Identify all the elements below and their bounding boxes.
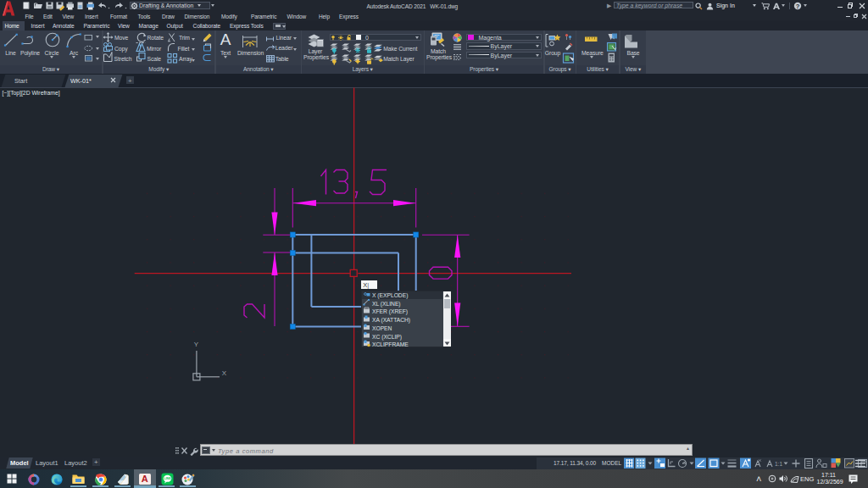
svg-text:XOPEN: XOPEN [372,325,392,331]
svg-text:LINE: LINE [164,477,171,480]
svg-text:XFER (XREF): XFER (XREF) [372,308,408,315]
svg-text:X (EXPLODE): X (EXPLODE) [372,292,408,299]
svg-text:XCLIPFRAME: XCLIPFRAME [372,341,409,347]
svg-text:Y: Y [194,341,199,348]
svg-text:XL (XLINE): XL (XLINE) [372,301,401,308]
svg-text:XC (XCLIP): XC (XCLIP) [372,334,402,341]
svg-text:X: X [222,369,227,377]
svg-text:XA (XATTACH): XA (XATTACH) [372,317,410,324]
svg-text:1:1: 1:1 [775,461,782,467]
